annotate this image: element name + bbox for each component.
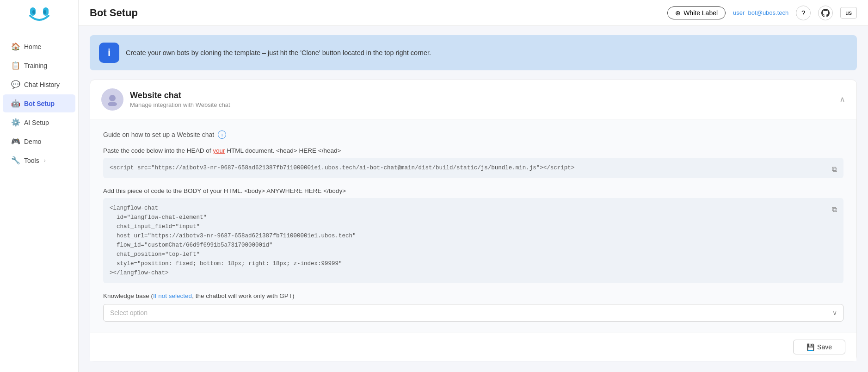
info-banner-icon: i <box>99 43 119 63</box>
white-label-button[interactable]: ⊕ White Label <box>667 6 726 19</box>
github-icon <box>821 9 830 17</box>
chat-history-icon: 💬 <box>11 80 20 89</box>
sidebar-item-tools[interactable]: 🔧 Tools › <box>3 151 75 169</box>
code-block-2-wrapper: <langflow-chat id="langflow-chat-element… <box>103 198 843 283</box>
sidebar-logo <box>25 5 53 28</box>
website-chat-card: Website chat Manage integration with Web… <box>90 80 857 361</box>
language-button[interactable]: us <box>840 7 857 19</box>
card-body: Guide on how to set up a Website chat i … <box>90 119 856 333</box>
home-icon: 🏠 <box>11 42 20 51</box>
page-header: Bot Setup ⊕ White Label user_bot@ubos.te… <box>79 0 868 26</box>
ai-setup-icon: ⚙️ <box>11 118 20 127</box>
code-block-2: <langflow-chat id="langflow-chat-element… <box>103 198 843 283</box>
save-label: Save <box>817 343 832 351</box>
sidebar-item-demo-label: Demo <box>24 138 41 145</box>
sidebar-item-tools-label: Tools <box>24 157 39 164</box>
svg-point-4 <box>109 95 116 101</box>
sidebar-item-chat-history[interactable]: 💬 Chat History <box>3 75 75 93</box>
sidebar-item-bot-setup[interactable]: 🤖 Bot Setup <box>3 94 75 112</box>
copy-code1-button[interactable]: ⧉ <box>830 163 839 175</box>
white-label-icon: ⊕ <box>675 9 681 17</box>
bot-setup-icon: 🤖 <box>11 99 20 108</box>
guide-link-text: Guide on how to set up a Website chat <box>103 131 214 138</box>
sidebar-item-ai-setup-label: AI Setup <box>24 119 49 126</box>
save-icon: 💾 <box>806 343 814 351</box>
card-chevron-icon: ∧ <box>839 94 845 105</box>
guide-link-row: Guide on how to set up a Website chat i <box>103 130 843 139</box>
sidebar-item-ai-setup[interactable]: ⚙️ AI Setup <box>3 113 75 131</box>
website-chat-card-header[interactable]: Website chat Manage integration with Web… <box>90 80 856 119</box>
website-chat-subtitle: Manage integration with Website chat <box>130 101 230 108</box>
website-chat-title: Website chat <box>130 91 230 100</box>
website-chat-avatar <box>101 88 123 111</box>
sidebar-item-training-label: Training <box>24 62 47 69</box>
training-icon: 📋 <box>11 61 20 70</box>
sidebar: 🏠 Home 📋 Training 💬 Chat History 🤖 Bot S… <box>0 0 79 372</box>
tools-chevron-icon: › <box>44 157 46 164</box>
section2-label: Add this piece of code to the BODY of yo… <box>103 187 843 194</box>
help-icon: ? <box>801 9 805 17</box>
copy-code2-button[interactable]: ⧉ <box>830 204 839 216</box>
knowledge-label: Knowledge base (If not selected, the cha… <box>103 292 843 299</box>
white-label-label: White Label <box>683 9 718 17</box>
svg-point-5 <box>108 102 117 106</box>
tools-icon: 🔧 <box>11 156 20 165</box>
knowledge-select[interactable]: Select option <box>103 304 843 322</box>
github-button[interactable] <box>818 6 833 20</box>
svg-rect-2 <box>32 10 35 14</box>
help-button[interactable]: ? <box>796 6 811 20</box>
sidebar-item-chat-history-label: Chat History <box>24 81 60 88</box>
card-header-left: Website chat Manage integration with Web… <box>101 88 230 111</box>
knowledge-select-wrapper: Select option ∨ <box>103 304 843 322</box>
page-title: Bot Setup <box>90 7 138 19</box>
page-content: i Create your own bots by cloning the te… <box>79 26 868 372</box>
card-footer: 💾 Save <box>90 333 856 361</box>
demo-icon: 🎮 <box>11 137 20 146</box>
card-title-group: Website chat Manage integration with Web… <box>130 91 230 108</box>
svg-rect-3 <box>43 10 46 14</box>
info-banner-text: Create your own bots by cloning the temp… <box>126 49 431 56</box>
save-button[interactable]: 💾 Save <box>793 340 845 354</box>
code-block-1-wrapper: <script src="https://aibotv3-nr-9687-658… <box>103 158 843 178</box>
code-block-1: <script src="https://aibotv3-nr-9687-658… <box>103 158 843 178</box>
section1-label: Paste the code below into the HEAD of yo… <box>103 147 843 154</box>
sidebar-navigation: 🏠 Home 📋 Training 💬 Chat History 🤖 Bot S… <box>0 37 78 170</box>
sidebar-item-bot-setup-label: Bot Setup <box>24 100 55 107</box>
main-content: Bot Setup ⊕ White Label user_bot@ubos.te… <box>79 0 868 372</box>
header-right-controls: ⊕ White Label user_bot@ubos.tech ? us <box>667 6 857 20</box>
info-banner: i Create your own bots by cloning the te… <box>90 35 857 70</box>
user-email-link[interactable]: user_bot@ubos.tech <box>733 9 788 16</box>
sidebar-item-home-label: Home <box>24 43 41 50</box>
sidebar-item-training[interactable]: 📋 Training <box>3 56 75 74</box>
guide-info-icon[interactable]: i <box>218 130 226 139</box>
sidebar-item-home[interactable]: 🏠 Home <box>3 37 75 56</box>
sidebar-item-demo[interactable]: 🎮 Demo <box>3 132 75 150</box>
